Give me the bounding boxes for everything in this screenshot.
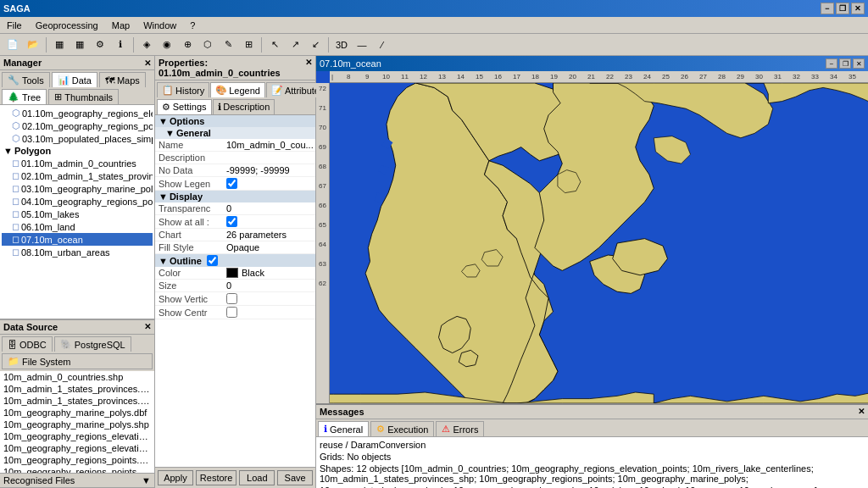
save-button[interactable]: Save (277, 470, 313, 485)
msg-tab-general[interactable]: ℹ General (318, 421, 369, 436)
msg-line-3: 10m_populated_places_simple; 10m_geograp… (320, 485, 865, 488)
minimize-button[interactable]: − (821, 3, 834, 14)
polygon-layer-6[interactable]: ◻ 07.10m_ocean (2, 233, 153, 246)
ds-file-4[interactable]: 10m_geography_marine_polys.shp (0, 419, 154, 430)
props-tab-history[interactable]: 📋 History (157, 82, 209, 97)
polygon-layer-1[interactable]: ◻ 02.10m_admin_1_states_provine... (2, 169, 153, 182)
polygon-layer-3[interactable]: ◻ 04.10m_geography_regions_pol... (2, 195, 153, 208)
ds-file-8[interactable]: 10m_geography_regions_points.shp (0, 466, 154, 473)
ds-file-3[interactable]: 10m_geography_marine_polys.dbf (0, 407, 154, 419)
props-sub-settings-label: Settings (173, 102, 207, 112)
tab-maps[interactable]: 🗺 Maps (99, 72, 146, 87)
props-sub-description[interactable]: ℹ Description (213, 99, 275, 114)
ds-file-7[interactable]: 10m_geography_regions_points.dbf (0, 454, 154, 466)
outline-checkbox[interactable] (207, 255, 218, 266)
layer-item-2[interactable]: ⬡ 03.10m_populated_places_simp... (2, 132, 153, 145)
tb-btn-13[interactable]: ↙ (306, 36, 325, 54)
tb-btn-1[interactable]: ▦ (50, 36, 69, 54)
layer-item-1[interactable]: ⬡ 02.10m_geography_regions_poi... (2, 119, 153, 132)
tb-btn-12[interactable]: ↗ (286, 36, 304, 54)
ds-file-1[interactable]: 10m_admin_1_states_provinces.shp.dbf (0, 383, 154, 395)
layer-item-0[interactable]: ⬡ 01.10m_geography_regions_ele... (2, 107, 153, 119)
map-maximize-button[interactable]: ❐ (839, 58, 851, 69)
open-button[interactable]: 📂 (24, 36, 42, 54)
load-button[interactable]: Load (239, 470, 275, 485)
tb-btn-6[interactable]: ◉ (158, 36, 176, 54)
show-vertic-checkbox[interactable] (226, 293, 237, 304)
postgres-icon: 🐘 (60, 339, 72, 350)
sub-tab-thumbnails[interactable]: ⊞ Thumbnails (48, 89, 119, 104)
apply-button[interactable]: Apply (158, 470, 193, 485)
props-tab-legend[interactable]: 🎨 Legend (210, 82, 265, 97)
close-button[interactable]: ✕ (851, 3, 865, 14)
nodata-label: No Data (159, 165, 226, 175)
polygon-group[interactable]: ▼ Polygon (2, 145, 153, 157)
manager-close[interactable]: ✕ (144, 58, 151, 68)
show-legend-checkbox[interactable] (226, 178, 237, 189)
menu-help[interactable]: ? (186, 19, 198, 32)
tb-btn-15[interactable]: ⁄ (373, 36, 392, 54)
tb-btn-2[interactable]: ▦ (70, 36, 89, 54)
map-window-controls[interactable]: − ❐ ✕ (826, 58, 865, 69)
tb-btn-5[interactable]: ◈ (137, 36, 156, 54)
tb-btn-7[interactable]: ⊕ (178, 36, 197, 54)
folder-icon: 📁 (8, 356, 19, 367)
ds-tab-odbc[interactable]: 🗄 ODBC (2, 336, 53, 352)
menu-file[interactable]: File (3, 19, 25, 32)
map-minimize-button[interactable]: − (826, 58, 837, 69)
ds-file-6[interactable]: 10m_geography_regions_elevation_poir (0, 442, 154, 454)
properties-close[interactable]: ✕ (305, 58, 312, 78)
tab-data[interactable]: 📊 Data (52, 72, 97, 87)
tb-btn-11[interactable]: ↖ (265, 36, 284, 54)
map-canvas[interactable]: | 8 9 10 11 12 13 14 15 16 17 18 19 20 2… (316, 71, 868, 403)
polygon-layer-5[interactable]: ◻ 06.10m_land (2, 220, 153, 233)
map-close-button[interactable]: ✕ (853, 58, 865, 69)
map-svg (330, 83, 868, 403)
tb-btn-4[interactable]: ℹ (111, 36, 130, 54)
ds-file-tab[interactable]: 📁 File System (2, 353, 153, 369)
data-source-close[interactable]: ✕ (144, 322, 151, 332)
tb-btn-8[interactable]: ⬡ (198, 36, 217, 54)
title-bar-controls[interactable]: − ❐ ✕ (821, 3, 865, 14)
msg-tab-errors[interactable]: ⚠ Errors (436, 421, 484, 436)
polygon-layer-0[interactable]: ◻ 01.10m_admin_0_countries (2, 157, 153, 169)
maximize-button[interactable]: ❐ (836, 3, 849, 14)
tb-btn-10[interactable]: ⊞ (239, 36, 258, 54)
sub-tab-tree-label: Tree (22, 92, 41, 103)
msg-tab-execution[interactable]: ⚙ Execution (370, 421, 434, 436)
tb-btn-3[interactable]: ⚙ (91, 36, 109, 54)
show-at-all-checkbox[interactable] (226, 216, 237, 227)
props-sub-settings[interactable]: ⚙ Settings (157, 99, 212, 114)
tab-tools[interactable]: 🔧 Tools (2, 72, 50, 87)
data-source-title: Data Source (3, 322, 58, 332)
layer-label-1: 02.10m_geography_regions_poi... (22, 121, 153, 131)
tb-3d[interactable]: 3D (332, 36, 351, 54)
ds-file-0[interactable]: 10m_admin_0_countries.shp (0, 371, 154, 383)
polygon-layer-2[interactable]: ◻ 03.10m_geography_marine_pol... (2, 182, 153, 195)
ds-file-2[interactable]: 10m_admin_1_states_provinces.shp.shp (0, 395, 154, 407)
layer-icon-0: ⬡ (12, 108, 20, 119)
tb-btn-14[interactable]: — (353, 36, 371, 54)
tab-tools-label: Tools (22, 75, 44, 86)
menu-map[interactable]: Map (108, 19, 133, 32)
data-source-tabs: 🗄 ODBC 🐘 PostgreSQL (0, 335, 154, 352)
polygon-layer-4[interactable]: ◻ 05.10m_lakes (2, 208, 153, 220)
sub-tab-tree[interactable]: 🌲 Tree (2, 89, 47, 104)
tb-btn-9[interactable]: ✎ (219, 36, 237, 54)
messages-close[interactable]: ✕ (858, 407, 865, 417)
polygon-layer-7[interactable]: ◻ 08.10m_urban_areas (2, 246, 153, 258)
menu-window[interactable]: Window (140, 19, 180, 32)
recognised-chevron: ▼ (142, 475, 151, 485)
prop-chart: Chart 26 parameters (155, 229, 315, 241)
prop-name: Name 10m_admin_0_cou... (155, 139, 315, 152)
name-value: 10m_admin_0_cou... (226, 140, 314, 150)
prop-show-at-all: Show at all : (155, 215, 315, 229)
menu-geoprocessing[interactable]: Geoprocessing (32, 19, 102, 32)
restore-button[interactable]: Restore (196, 470, 237, 485)
outline-section: ▼ Outline (155, 254, 315, 267)
color-swatch[interactable] (226, 268, 238, 278)
new-button[interactable]: 📄 (3, 36, 22, 54)
ds-tab-postgres[interactable]: 🐘 PostgreSQL (54, 336, 131, 352)
show-centr-checkbox[interactable] (226, 307, 237, 318)
ds-file-5[interactable]: 10m_geography_regions_elevation_poir (0, 430, 154, 442)
